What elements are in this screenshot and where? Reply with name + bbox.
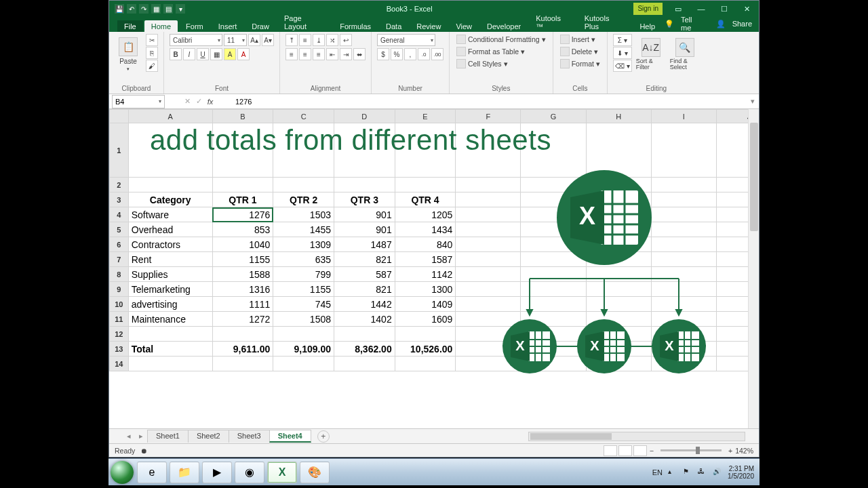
tray-flag-icon[interactable]: ⚑ (683, 468, 692, 477)
cell-H5[interactable] (586, 222, 651, 237)
cell-A1[interactable] (128, 123, 212, 178)
cell-D13[interactable]: 8,362.00 (334, 342, 395, 357)
sheet-nav-prev-icon[interactable]: ◂ (123, 432, 135, 441)
save-icon[interactable]: 💾 (115, 4, 124, 14)
start-button[interactable] (108, 459, 136, 486)
row-header-3[interactable]: 3 (110, 192, 129, 207)
horizontal-scrollbar[interactable] (528, 432, 745, 441)
row-header-11[interactable]: 11 (110, 312, 129, 327)
cell-A7[interactable]: Rent (128, 252, 212, 267)
tray-volume-icon[interactable]: 🔊 (713, 468, 722, 477)
cell-B1[interactable] (212, 123, 273, 178)
column-header-E[interactable]: E (395, 110, 456, 123)
cell-H3[interactable] (586, 192, 651, 207)
cell-B9[interactable]: 1316 (212, 282, 273, 297)
tab-formulas[interactable]: Formulas (333, 20, 378, 32)
underline-button[interactable]: U (197, 48, 209, 60)
cell-H9[interactable] (586, 282, 651, 297)
cell-G10[interactable] (521, 297, 586, 312)
cell-G1[interactable] (521, 123, 586, 178)
sheet-nav-next-icon[interactable]: ▸ (135, 432, 147, 441)
cell-E3[interactable]: QTR 4 (395, 192, 456, 207)
view-page-break-icon[interactable] (633, 445, 647, 456)
cell-C3[interactable]: QTR 2 (273, 192, 334, 207)
scrollbar-thumb[interactable] (750, 123, 758, 231)
cell-G11[interactable] (521, 312, 586, 327)
align-bottom-icon[interactable]: ⤓ (313, 34, 325, 46)
cell-I7[interactable] (651, 252, 716, 267)
zoom-out-button[interactable]: − (650, 447, 654, 455)
taskbar-excel-icon[interactable]: X (267, 462, 297, 483)
cell-D3[interactable]: QTR 3 (334, 192, 395, 207)
cell-B5[interactable]: 853 (212, 222, 273, 237)
row-header-13[interactable]: 13 (110, 342, 129, 357)
tab-insert[interactable]: Insert (212, 20, 244, 32)
sheet-tab-sheet1[interactable]: Sheet1 (147, 430, 189, 443)
ribbon-display-icon[interactable]: ▭ (667, 1, 690, 17)
column-header-I[interactable]: I (651, 110, 716, 123)
cell-styles-button[interactable]: Cell Styles ▾ (455, 58, 509, 69)
cell-F11[interactable] (456, 312, 521, 327)
qat-dropdown-icon[interactable]: ▾ (176, 4, 185, 14)
align-left-icon[interactable]: ≡ (285, 48, 298, 60)
formula-input[interactable]: 1276 (233, 98, 747, 106)
fill-icon[interactable]: ⬇ ▾ (613, 47, 632, 59)
increase-indent-icon[interactable]: ⇥ (340, 48, 352, 60)
decrease-indent-icon[interactable]: ⇤ (326, 48, 338, 60)
cell-G7[interactable] (521, 252, 586, 267)
cell-F1[interactable] (456, 123, 521, 178)
cell-D8[interactable]: 587 (334, 267, 395, 282)
clear-icon[interactable]: ⌫ ▾ (613, 60, 632, 72)
share-button[interactable]: Share (732, 20, 752, 28)
tab-form[interactable]: Form (179, 20, 210, 32)
cell-F9[interactable] (456, 282, 521, 297)
cell-A5[interactable]: Overhead (128, 222, 212, 237)
paste-button[interactable]: 📋 Paste ▾ (115, 34, 142, 75)
cell-I10[interactable] (651, 297, 716, 312)
fx-icon[interactable]: fx (208, 98, 214, 106)
cell-A13[interactable]: Total (128, 342, 212, 357)
cell-E4[interactable]: 1205 (395, 207, 456, 222)
cell-D5[interactable]: 901 (334, 222, 395, 237)
cell-H4[interactable] (586, 207, 651, 222)
row-header-14[interactable]: 14 (110, 357, 129, 371)
cell-I8[interactable] (651, 267, 716, 282)
cell-B7[interactable]: 1155 (212, 252, 273, 267)
cell-F3[interactable] (456, 192, 521, 207)
undo-icon[interactable]: ↶ (127, 4, 136, 14)
tab-review[interactable]: Review (410, 20, 448, 32)
cell-B4[interactable]: 1276 (212, 207, 273, 222)
cell-F13[interactable] (456, 342, 521, 357)
cell-E5[interactable]: 1434 (395, 222, 456, 237)
wrap-text-icon[interactable]: ↩ (340, 34, 352, 46)
zoom-level[interactable]: 142% (735, 447, 753, 455)
copy-icon[interactable]: ⎘ (146, 47, 158, 59)
tab-file[interactable]: File (117, 20, 143, 32)
row-header-1[interactable]: 1 (110, 123, 129, 178)
row-header-8[interactable]: 8 (110, 267, 129, 282)
bold-button[interactable]: B (170, 48, 182, 60)
cell-I14[interactable] (651, 357, 716, 371)
delete-cells-button[interactable]: Delete ▾ (559, 46, 599, 57)
select-all-corner[interactable] (110, 110, 129, 123)
cell-C4[interactable]: 1503 (273, 207, 334, 222)
cell-A4[interactable]: Software (128, 207, 212, 222)
tab-home[interactable]: Home (144, 20, 178, 32)
zoom-in-button[interactable]: + (728, 447, 732, 455)
cell-D6[interactable]: 1487 (334, 237, 395, 252)
view-normal-icon[interactable] (604, 445, 617, 456)
maximize-button[interactable]: ☐ (713, 1, 736, 17)
cell-I2[interactable] (651, 178, 716, 192)
add-sheet-button[interactable]: + (317, 430, 330, 443)
cell-E8[interactable]: 1142 (395, 267, 456, 282)
scrollbar-thumb[interactable] (530, 433, 612, 440)
cell-H13[interactable] (586, 342, 651, 357)
cell-F7[interactable] (456, 252, 521, 267)
cell-B3[interactable]: QTR 1 (212, 192, 273, 207)
cell-F8[interactable] (456, 267, 521, 282)
cell-H8[interactable] (586, 267, 651, 282)
cell-G6[interactable] (521, 237, 586, 252)
cell-H7[interactable] (586, 252, 651, 267)
cell-C10[interactable]: 745 (273, 297, 334, 312)
align-right-icon[interactable]: ≡ (313, 48, 325, 60)
